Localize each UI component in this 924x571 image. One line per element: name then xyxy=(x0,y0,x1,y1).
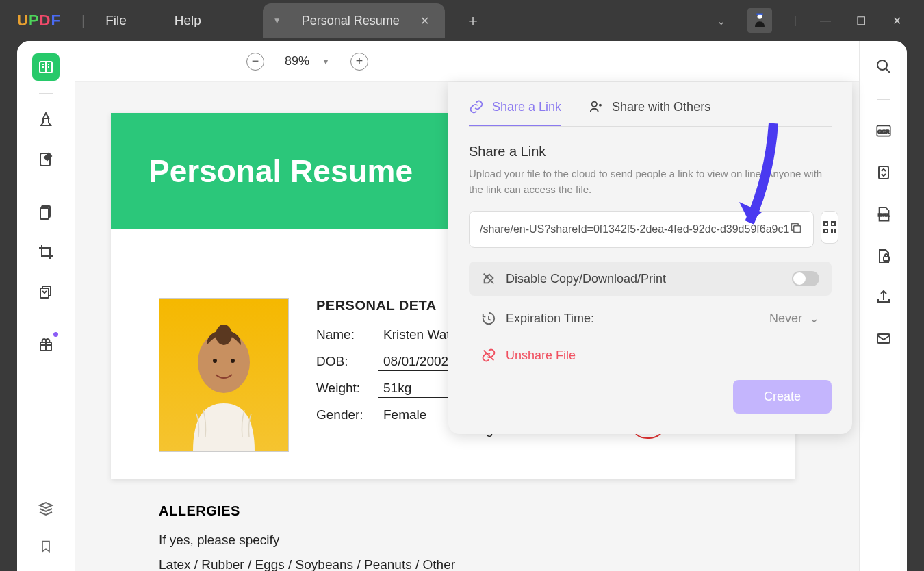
menu-file[interactable]: File xyxy=(105,13,127,28)
panel-title: Share a Link xyxy=(469,144,832,160)
svg-rect-23 xyxy=(825,223,827,225)
gender-value: Female xyxy=(378,407,460,424)
titlebar: UPDF | File Help ▼ Personal Resume ✕ ＋ ⌄… xyxy=(0,0,924,41)
tab-title: Personal Resume xyxy=(302,14,400,28)
dob-value: 08/01/2002 xyxy=(378,354,460,371)
edit-button[interactable] xyxy=(32,146,60,173)
right-sidebar: OCR PDF/A xyxy=(859,41,907,571)
svg-point-19 xyxy=(231,359,235,363)
dob-label: DOB: xyxy=(316,354,378,369)
bookmark-icon[interactable] xyxy=(39,538,53,557)
minimize-button[interactable]: — xyxy=(819,14,832,27)
svg-rect-1 xyxy=(756,14,762,15)
svg-rect-25 xyxy=(832,223,834,225)
svg-rect-14 xyxy=(884,257,889,261)
svg-rect-28 xyxy=(831,229,833,231)
unshare-label: Unshare File xyxy=(506,348,576,363)
chevron-down-icon: ⌄ xyxy=(809,311,819,326)
name-label: Name: xyxy=(316,327,378,342)
convert-icon[interactable] xyxy=(875,164,892,183)
menu-help[interactable]: Help xyxy=(175,13,201,28)
tab-label: Share with Others xyxy=(612,100,710,114)
zoom-toolbar: − 89% ▼ + xyxy=(75,41,859,82)
pdfa-icon[interactable]: PDF/A xyxy=(875,205,893,226)
svg-point-17 xyxy=(216,325,232,345)
page-title: Personal Resume xyxy=(149,153,413,190)
svg-rect-29 xyxy=(834,229,836,231)
unshare-button[interactable]: Unshare File xyxy=(469,341,832,370)
protect-icon[interactable] xyxy=(875,248,892,267)
chevron-down-icon[interactable]: ⌄ xyxy=(717,14,726,27)
app-logo: UPDF xyxy=(17,12,61,29)
ocr-icon[interactable]: OCR xyxy=(875,122,893,142)
share-link-input[interactable]: /share/en-US?shareId=0f1342f5-2dea-4fed-… xyxy=(469,211,814,248)
disable-copy-option: Disable Copy/Download/Print xyxy=(469,262,832,296)
option-label: Disable Copy/Download/Print xyxy=(506,272,666,286)
divider: | xyxy=(81,13,85,29)
maximize-button[interactable]: ☐ xyxy=(854,14,868,27)
allergies-line: If yes, please specify xyxy=(159,533,455,548)
reader-mode-button[interactable] xyxy=(32,53,60,81)
share-panel: Share a Link Share with Others Share a L… xyxy=(448,82,852,434)
create-button[interactable]: Create xyxy=(733,380,832,414)
zoom-value-text: 89% xyxy=(285,54,309,68)
zoom-out-button[interactable]: − xyxy=(246,53,264,71)
workspace: OCR PDF/A − 89% ▼ + Personal Resume xyxy=(17,41,907,571)
svg-rect-5 xyxy=(40,208,49,219)
weight-value: 51kg xyxy=(378,381,460,398)
option-label: Expiration Time: xyxy=(506,312,594,326)
close-button[interactable]: ✕ xyxy=(890,14,903,27)
zoom-level[interactable]: 89% ▼ xyxy=(285,54,330,68)
disable-copy-toggle[interactable] xyxy=(792,271,819,286)
tab-label: Share a Link xyxy=(492,100,561,114)
copy-icon[interactable] xyxy=(789,221,803,238)
svg-point-18 xyxy=(213,359,217,363)
layers-button[interactable] xyxy=(32,278,60,305)
tab-share-link[interactable]: Share a Link xyxy=(469,99,561,126)
zoom-in-button[interactable]: + xyxy=(350,53,368,71)
svg-rect-31 xyxy=(834,231,836,233)
gender-label: Gender: xyxy=(316,407,378,422)
expiration-value[interactable]: Never ⌄ xyxy=(769,311,819,326)
share-tabs: Share a Link Share with Others xyxy=(469,99,832,127)
resume-photo xyxy=(159,298,289,452)
qr-code-button[interactable] xyxy=(821,211,838,244)
weight-label: Weight: xyxy=(316,381,378,396)
pages-button[interactable] xyxy=(32,199,60,226)
tab-close-icon[interactable]: ✕ xyxy=(420,14,429,27)
allergies-section: ALLERGIES If yes, please specify Latex /… xyxy=(159,503,455,571)
chevron-down-icon: ▼ xyxy=(322,57,330,66)
add-tab-button[interactable]: ＋ xyxy=(465,10,480,31)
divider xyxy=(389,51,389,72)
svg-rect-27 xyxy=(825,230,827,232)
panel-description: Upload your file to the cloud to send pe… xyxy=(469,166,832,197)
gift-button[interactable] xyxy=(32,331,60,358)
share-link-text: /share/en-US?shareId=0f1342f5-2dea-4fed-… xyxy=(480,223,789,236)
highlight-button[interactable] xyxy=(32,106,60,134)
mail-icon[interactable] xyxy=(875,330,892,349)
svg-rect-15 xyxy=(877,334,890,343)
expiration-option[interactable]: Expiration Time: Never ⌄ xyxy=(469,304,832,333)
left-sidebar xyxy=(17,41,75,571)
crop-button[interactable] xyxy=(32,238,60,266)
stack-icon[interactable] xyxy=(38,500,54,519)
tab-dropdown-icon[interactable]: ▼ xyxy=(273,16,281,25)
divider: | xyxy=(794,14,797,27)
search-icon[interactable] xyxy=(875,58,892,77)
share-icon[interactable] xyxy=(875,289,892,308)
svg-point-9 xyxy=(877,60,887,70)
allergies-line: Latex / Rubber / Eggs / Soybeans / Peanu… xyxy=(159,557,455,571)
user-avatar[interactable] xyxy=(747,8,772,33)
document-tab[interactable]: ▼ Personal Resume ✕ xyxy=(263,3,445,38)
svg-point-20 xyxy=(592,102,597,107)
tab-share-others[interactable]: Share with Others xyxy=(589,99,710,126)
svg-rect-21 xyxy=(794,226,801,233)
svg-rect-30 xyxy=(831,231,833,233)
allergies-title: ALLERGIES xyxy=(159,503,455,519)
svg-text:PDF/A: PDF/A xyxy=(877,213,888,217)
svg-text:OCR: OCR xyxy=(877,129,889,135)
